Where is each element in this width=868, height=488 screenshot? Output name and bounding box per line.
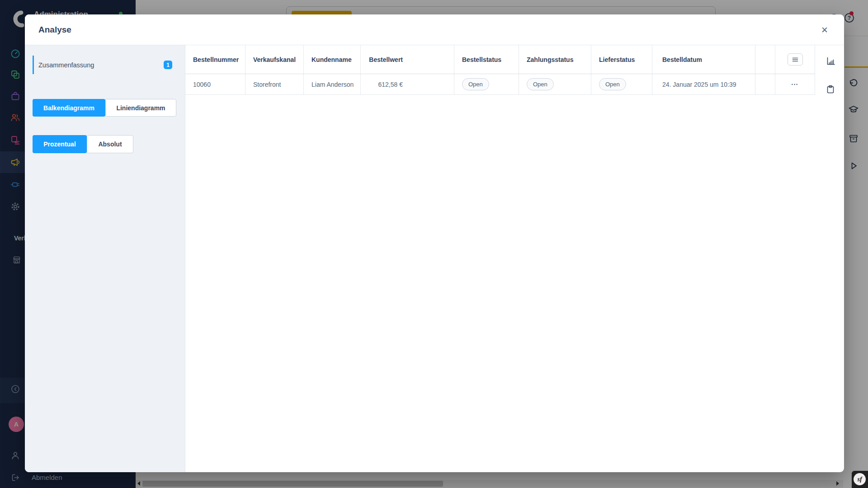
status-badge: Open — [599, 78, 626, 90]
orders-table: Bestellnummer Verkaufskanal Kundenname B… — [185, 45, 815, 95]
bar-chart-view-icon[interactable] — [826, 56, 836, 66]
modal-side-panel: Zusammenfassung 1 Balkendiagramm Liniend… — [25, 45, 185, 472]
cell-lieferstatus: Open — [591, 74, 652, 94]
chart-type-toggle: Balkendiagramm Liniendiagramm — [33, 99, 176, 117]
cell-spacer — [755, 74, 775, 94]
analyse-modal: Analyse ✕ Zusammenfassung 1 Balkendiagra… — [25, 14, 844, 472]
grid-settings-button[interactable] — [788, 53, 803, 66]
modal-title: Analyse — [38, 25, 71, 35]
status-badge: Open — [527, 78, 554, 90]
table-header-row: Bestellnummer Verkaufskanal Kundenname B… — [185, 45, 815, 74]
col-spacer — [755, 45, 775, 74]
cell-zahlungsstatus: Open — [519, 74, 591, 94]
col-bestellnummer[interactable]: Bestellnummer — [185, 45, 245, 74]
symfony-profiler-toolbar[interactable]: sf — [852, 471, 868, 488]
col-bestellwert[interactable]: Bestellwert — [361, 45, 454, 74]
col-bestelldatum[interactable]: Bestelldatum — [652, 45, 755, 74]
toggle-prozentual[interactable]: Prozentual — [33, 135, 87, 153]
cell-kundenname: Liam Anderson — [304, 74, 361, 94]
modal-header: Analyse ✕ — [25, 14, 844, 45]
col-grid-settings — [775, 45, 815, 74]
col-verkaufskanal[interactable]: Verkaufskanal — [245, 45, 304, 74]
screen: ? Administration — [0, 0, 868, 488]
col-lieferstatus[interactable]: Lieferstatus — [591, 45, 652, 74]
sidebar-item-zusammenfassung[interactable]: Zusammenfassung 1 — [33, 56, 178, 74]
summary-label: Zusammenfassung — [38, 61, 94, 69]
close-icon[interactable]: ✕ — [820, 25, 830, 35]
cell-bestellstatus: Open — [454, 74, 519, 94]
status-badge: Open — [462, 78, 489, 90]
clipboard-icon[interactable] — [825, 84, 836, 95]
symfony-logo: sf — [854, 473, 866, 485]
cell-bestelldatum: 24. Januar 2025 um 10:39 — [652, 74, 755, 94]
menu-lines-icon — [792, 56, 799, 63]
cell-context-menu: ••• — [775, 74, 815, 94]
table-row[interactable]: 10060 Storefront Liam Anderson 612,58 € … — [185, 74, 815, 95]
active-item-bar — [33, 56, 34, 74]
context-menu-button[interactable]: ••• — [792, 82, 798, 87]
col-bestellstatus[interactable]: Bestellstatus — [454, 45, 519, 74]
toggle-absolut[interactable]: Absolut — [87, 135, 133, 153]
cell-bestellnummer[interactable]: 10060 — [185, 74, 245, 94]
col-kundenname[interactable]: Kundenname — [304, 45, 361, 74]
toggle-liniendiagramm[interactable]: Liniendiagramm — [105, 99, 176, 117]
value-mode-toggle: Prozentual Absolut — [33, 135, 133, 153]
summary-count-badge: 1 — [164, 61, 172, 69]
cell-verkaufskanal: Storefront — [245, 74, 304, 94]
col-zahlungsstatus[interactable]: Zahlungsstatus — [519, 45, 591, 74]
toggle-balkendiagramm[interactable]: Balkendiagramm — [33, 99, 105, 117]
cell-bestellwert: 612,58 € — [361, 74, 454, 94]
